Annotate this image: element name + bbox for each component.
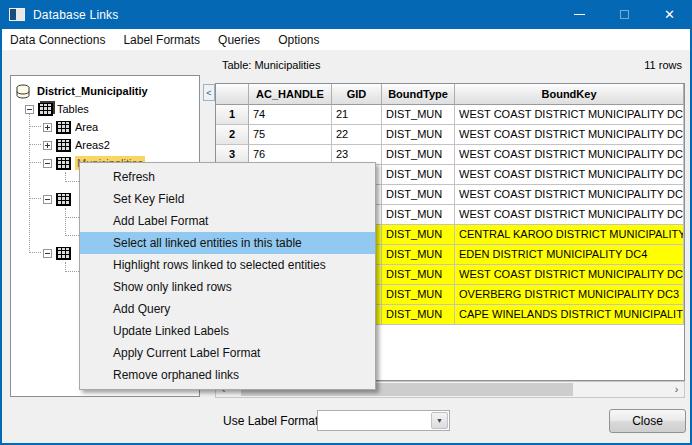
app-icon	[9, 8, 25, 21]
cell-boundkey[interactable]: EDEN DISTRICT MUNICIPALITY DC4	[455, 245, 684, 265]
expand-expander-icon[interactable]	[43, 123, 52, 132]
cell-boundtype[interactable]: DIST_MUN	[382, 225, 455, 245]
row-count-label: 11 rows	[644, 59, 682, 71]
tree-line	[29, 252, 41, 253]
menu-item-show-only-linked-rows[interactable]: Show only linked rows	[80, 276, 375, 298]
menu-item-add-query[interactable]: Add Query	[80, 298, 375, 320]
tree-item-hidden-table[interactable]	[43, 244, 75, 262]
column-header-ac-handle[interactable]: AC_HANDLE	[249, 84, 332, 105]
collapse-expander-icon[interactable]	[43, 249, 52, 258]
title-bar: Database Links ✕	[0, 0, 692, 29]
cell-boundtype[interactable]: DIST_MUN	[382, 265, 455, 285]
tree-line	[29, 126, 41, 127]
cell-boundtype[interactable]: DIST_MUN	[382, 105, 455, 125]
menu-label-formats[interactable]: Label Formats	[114, 31, 209, 49]
tree-root-label: District_Municipalitiy	[37, 85, 148, 97]
cell-boundtype[interactable]: DIST_MUN	[382, 185, 455, 205]
cell-boundtype[interactable]: DIST_MUN	[382, 245, 455, 265]
cell-boundkey[interactable]: WEST COAST DISTRICT MUNICIPALITY DC1	[455, 185, 684, 205]
table-header-row: AC_HANDLE GID BoundType BoundKey	[216, 84, 684, 105]
cell-boundkey[interactable]: WEST COAST DISTRICT MUNICIPALITY DC1	[455, 165, 684, 185]
database-icon	[15, 84, 31, 99]
cell-boundtype[interactable]: DIST_MUN	[382, 305, 455, 325]
cell-boundtype[interactable]: DIST_MUN	[382, 145, 455, 165]
cell-boundtype[interactable]: DIST_MUN	[382, 285, 455, 305]
tree-line	[29, 144, 41, 145]
cell-boundkey[interactable]: WEST COAST DISTRICT MUNICIPALITY DC1	[455, 205, 684, 225]
label-format-combobox[interactable]: ▼	[317, 410, 450, 431]
cell-boundtype[interactable]: DIST_MUN	[382, 125, 455, 145]
table-row[interactable]: 1 74 21 DIST_MUN WEST COAST DISTRICT MUN…	[216, 105, 684, 125]
collapse-expander-icon[interactable]	[43, 195, 52, 204]
use-label-format-label: Use Label Format:	[223, 414, 322, 428]
expand-expander-icon[interactable]	[43, 141, 52, 150]
cell-boundkey[interactable]: WEST COAST DISTRICT MUNICIPALITY DC1	[455, 125, 684, 145]
chevron-down-icon[interactable]: ▼	[431, 412, 448, 429]
menu-item-highlight-rows[interactable]: Highlight rows linked to selected entiti…	[80, 254, 375, 276]
tree-line	[29, 162, 41, 163]
menu-item-select-all-linked-entities[interactable]: Select all linked entities in this table	[80, 232, 375, 254]
menu-bar: Data Connections Label Formats Queries O…	[0, 29, 692, 50]
tree-item-label: Tables	[57, 103, 89, 115]
menu-item-update-linked-labels[interactable]: Update Linked Labels	[80, 320, 375, 342]
tables-icon	[38, 103, 53, 116]
column-header-gid[interactable]: GID	[332, 84, 382, 105]
tree-line	[29, 198, 41, 199]
menu-data-connections[interactable]: Data Connections	[1, 31, 114, 49]
cell-ac-handle[interactable]: 75	[249, 125, 332, 145]
maximize-button[interactable]	[602, 0, 647, 29]
cell-boundtype[interactable]: DIST_MUN	[382, 205, 455, 225]
collapse-expander-icon[interactable]	[43, 159, 52, 168]
menu-item-apply-current-label-format[interactable]: Apply Current Label Format	[80, 342, 375, 364]
window-title: Database Links	[33, 8, 119, 22]
tree-item-area[interactable]: Area	[43, 118, 98, 136]
cell-boundkey[interactable]: WEST COAST DISTRICT MUNICIPALITY DC1	[455, 145, 684, 165]
collapse-expander-icon[interactable]	[25, 105, 34, 114]
context-menu: Refresh Set Key Field Add Label Format S…	[79, 162, 376, 390]
table-icon	[56, 193, 71, 206]
menu-item-refresh[interactable]: Refresh	[80, 166, 375, 188]
cell-boundkey[interactable]: OVERBERG DISTRICT MUNICIPALITY DC3	[455, 285, 684, 305]
cell-boundkey[interactable]: CENTRAL KAROO DISTRICT MUNICIPALITY DC	[455, 225, 684, 245]
row-number[interactable]: 2	[216, 125, 249, 145]
database-links-window: Database Links ✕ Data Connections Label …	[0, 0, 692, 445]
row-number[interactable]: 1	[216, 105, 249, 125]
tree-item-label: Areas2	[75, 139, 110, 151]
table-row[interactable]: 2 75 22 DIST_MUN WEST COAST DISTRICT MUN…	[216, 125, 684, 145]
scroll-right-icon[interactable]: ›	[669, 382, 684, 397]
column-header-rownum[interactable]	[216, 84, 249, 105]
tree-item-datasource-root[interactable]: District_Municipalitiy	[15, 82, 148, 100]
menu-queries[interactable]: Queries	[209, 31, 269, 49]
collapse-tree-button[interactable]: <	[203, 84, 215, 101]
cell-boundkey[interactable]: CAPE WINELANDS DISTRICT MUNICIPALITY D	[455, 305, 684, 325]
table-icon	[56, 139, 71, 152]
tree-line	[29, 108, 30, 253]
menu-item-add-label-format[interactable]: Add Label Format	[80, 210, 375, 232]
minimize-button[interactable]	[557, 0, 602, 29]
tree-item-label: Area	[75, 121, 98, 133]
cell-ac-handle[interactable]: 74	[249, 105, 332, 125]
cell-gid[interactable]: 21	[332, 105, 382, 125]
cell-gid[interactable]: 22	[332, 125, 382, 145]
tree-item-hidden-table[interactable]	[43, 190, 75, 208]
column-header-boundtype[interactable]: BoundType	[382, 84, 455, 105]
menu-item-set-key-field[interactable]: Set Key Field	[80, 188, 375, 210]
cell-boundkey[interactable]: WEST COAST DISTRICT MUNICIPALITY DC1	[455, 265, 684, 285]
close-button[interactable]: Close	[609, 409, 686, 433]
table-caption: Table: Municipalities	[222, 59, 320, 71]
column-header-boundkey[interactable]: BoundKey	[455, 84, 684, 105]
menu-options[interactable]: Options	[269, 31, 328, 49]
menu-item-remove-orphaned-links[interactable]: Remove orphaned links	[80, 364, 375, 386]
table-icon	[56, 157, 71, 170]
tree-item-tables[interactable]: Tables	[25, 100, 89, 118]
tree-line	[65, 208, 66, 236]
table-icon	[56, 247, 71, 260]
table-icon	[56, 121, 71, 134]
tree-item-areas2[interactable]: Areas2	[43, 136, 110, 154]
cell-boundtype[interactable]: DIST_MUN	[382, 165, 455, 185]
combobox-value[interactable]	[318, 411, 430, 430]
close-window-button[interactable]: ✕	[647, 0, 692, 29]
cell-boundkey[interactable]: WEST COAST DISTRICT MUNICIPALITY DC1	[455, 105, 684, 125]
